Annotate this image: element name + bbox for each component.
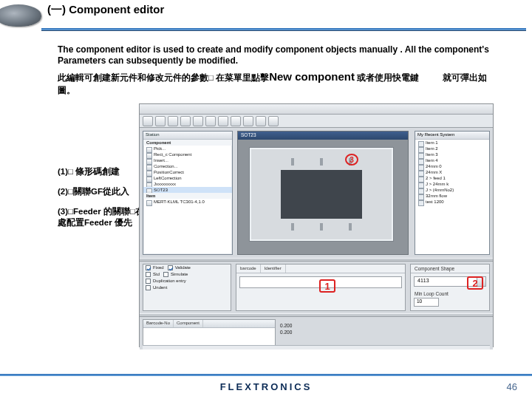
checkbox-icon (146, 265, 151, 270)
intro-p2b: 或者使用快電鍵 (355, 73, 419, 82)
tree-group[interactable]: Item (143, 193, 232, 199)
toolbar-button[interactable] (168, 116, 178, 126)
intro-p2d: 圖。 (58, 86, 75, 95)
checkbox-label: Simulate (171, 272, 188, 276)
toolbar-button[interactable] (218, 116, 228, 126)
checkbox-label: Std (153, 272, 160, 276)
chip-pins (276, 166, 366, 223)
header-graphic (0, 4, 41, 27)
toolbar-button[interactable] (143, 116, 153, 126)
body-text: The component editor is used to create a… (58, 44, 514, 97)
footer-rule (0, 374, 532, 376)
list-item[interactable]: Item 3 (415, 151, 489, 157)
right-pane-header: My Recent System (415, 132, 489, 140)
tab-barcode[interactable]: barcode (236, 265, 261, 273)
toolbar-button[interactable] (243, 116, 253, 126)
list-item[interactable]: Item 4 (415, 157, 489, 163)
intro-paragraph-2: 此編輯可創建新元件和修改元件的參數□ 在菜單里點擊New component 或… (58, 69, 514, 97)
barcode-pane: barcode Identifier 1 (236, 264, 406, 311)
callout-3: 3 (345, 154, 358, 166)
intro-p2c: 就可彈出如 (443, 73, 487, 82)
status-bar (143, 345, 490, 349)
slide-header: (一) Component editor (0, 0, 532, 35)
tree-item[interactable]: PositionCorrect (143, 169, 232, 175)
checkbox-label: Validate (175, 265, 191, 270)
slide-footer: FLEXTRONICS 46 (0, 374, 532, 399)
list-item[interactable]: J > 24mm k (415, 181, 489, 187)
list-item[interactable]: J > (4mmNo2) (415, 187, 489, 193)
bottom-grid[interactable]: Barcode-No Component (143, 319, 276, 346)
tree-item[interactable]: MERT-KLML TC301-4,1.0 (143, 199, 232, 205)
slide: (一) Component editor The component edito… (0, 0, 532, 399)
checkbox-label: Duplication entry (153, 279, 186, 283)
grid-col: Barcode-No (143, 320, 174, 327)
toolbar-button[interactable] (268, 116, 279, 126)
checkbox[interactable]: Duplication entry (143, 278, 231, 284)
list-item[interactable]: 24mm X (415, 169, 489, 175)
loop-count-field[interactable]: 10 (414, 298, 439, 307)
checkbox[interactable]: Fixed Validate (143, 265, 231, 271)
intro-new-component: New component (269, 70, 355, 83)
checkbox-label: Fixed (153, 265, 164, 270)
checkbox-icon (146, 272, 151, 277)
app-screenshot: Station Component Pick... Rect_c Compone… (139, 103, 494, 347)
callout-1: 1 (319, 279, 335, 293)
value-b: 0.200 (280, 330, 292, 335)
main-row: Station Component Pick... Rect_c Compone… (140, 128, 493, 258)
list-item[interactable]: Item 2 (415, 146, 489, 151)
toolbar-button[interactable] (231, 116, 241, 126)
tab-identifier[interactable]: Identifier (261, 265, 286, 273)
checkbox-icon (168, 265, 173, 270)
value-readout: 0.200 0.200 (280, 323, 292, 336)
checkbox-icon (146, 279, 151, 284)
grid-header: Barcode-No Component (143, 320, 275, 328)
header-rule (41, 28, 526, 31)
chip-body (281, 170, 362, 219)
checkbox[interactable]: Std Simulate (143, 271, 231, 278)
grid-col: Component (174, 320, 203, 327)
list-item[interactable]: test 1200 (415, 199, 489, 205)
toolbar-button[interactable] (180, 116, 191, 126)
page-number: 46 (507, 381, 517, 392)
cshape-title: Component Shape (411, 265, 489, 273)
list-item[interactable]: 24mm 0 (415, 163, 489, 169)
checkbox-label: Undent (153, 285, 167, 290)
loop-count-label: Min Loop Count (411, 290, 489, 298)
viewer-canvas[interactable] (250, 148, 393, 241)
tree-item[interactable]: Insert... (143, 157, 232, 163)
intro-p2a: 此編輯可創建新元件和修改元件的參數□ 在菜單里點擊 (58, 73, 269, 82)
list-item[interactable]: 32mm flow (415, 193, 489, 199)
bottom-strip: Barcode-No Component 0.200 0.200 (140, 317, 493, 349)
toolbar-button[interactable] (205, 116, 216, 126)
tool-bar[interactable] (140, 115, 493, 128)
toolbar-button[interactable] (193, 116, 203, 126)
component-shape-pane: Component Shape 4113 2 Min Loop Count 10 (410, 264, 490, 311)
viewer-title: SOT23 (238, 132, 408, 140)
value-a: 0.200 (280, 323, 292, 328)
tree-item[interactable]: Jxxxxxxxxx (143, 181, 232, 187)
menu-bar[interactable] (140, 104, 493, 115)
callout-2: 2 (467, 276, 483, 290)
list-item[interactable]: Item 1 (415, 140, 489, 146)
checkbox-icon (146, 285, 151, 290)
tree-item-selected[interactable]: SOT23 (143, 187, 232, 193)
checkbox[interactable]: Undent (143, 284, 231, 291)
tree-header: Station (143, 132, 232, 140)
list-item[interactable]: 2 > feed 1 (415, 175, 489, 181)
tree-item[interactable]: Pick... (143, 146, 232, 151)
toolbar-button[interactable] (155, 116, 166, 126)
right-pane[interactable]: My Recent System Item 1 Item 2 Item 3 It… (415, 131, 490, 255)
lower-panels: Fixed Validate Std Simulate Duplication … (140, 262, 493, 313)
component-viewer[interactable]: SOT23 3 (237, 131, 409, 255)
intro-paragraph: The component editor is used to create a… (58, 44, 514, 67)
tree-item[interactable]: LeftCorrection (143, 175, 232, 181)
tree-item[interactable]: Correction... (143, 163, 232, 169)
tree-item[interactable]: Rect_c Component (143, 151, 232, 157)
tree-group[interactable]: Component (143, 140, 232, 146)
options-pane: Fixed Validate Std Simulate Duplication … (143, 264, 231, 311)
barcode-tabs[interactable]: barcode Identifier (236, 265, 405, 273)
cshape-value-text: 4113 (417, 278, 429, 283)
toolbar-button[interactable] (256, 116, 266, 126)
brand-label: FLEXTRONICS (220, 381, 313, 392)
tree-pane[interactable]: Station Component Pick... Rect_c Compone… (143, 131, 233, 255)
